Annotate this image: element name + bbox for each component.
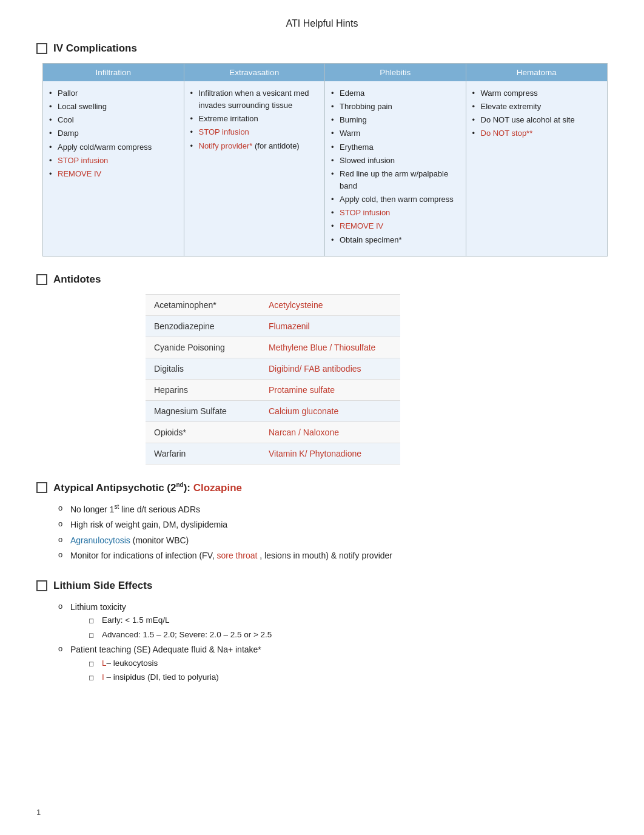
list-item: Local swelling <box>49 101 178 113</box>
list-item: Warm <box>331 127 460 139</box>
list-item: Warm compress <box>472 87 602 99</box>
table-row: Magnesium Sulfate Calcium gluconate <box>146 400 400 421</box>
table-row: Acetaminophen* Acetylcysteine <box>146 294 400 315</box>
page-title: ATI Helpful Hints <box>36 18 608 29</box>
agranulocytosis-text: Agranulocytosis <box>70 535 130 545</box>
phlebitis-body: Edema Throbbing pain Burning Warm Erythe… <box>325 81 466 256</box>
table-row: Heparins Protamine sulfate <box>146 379 400 400</box>
infiltration-header: Infiltration <box>43 64 184 81</box>
remove-iv-text: REMOVE IV <box>58 169 101 178</box>
i-insipidus-text: I <box>102 672 104 682</box>
list-item: Patient teaching (SE) Adequate fluid & N… <box>58 643 608 684</box>
drug-cell: Opioids* <box>146 421 260 443</box>
antidote-cell: Digibind/ FAB antibodies <box>260 358 400 379</box>
antidotes-section: Antidotes Acetaminophen* Acetylcysteine … <box>36 273 608 464</box>
list-item: Apply cold, then warm compress <box>331 193 460 206</box>
list-item: Pallor <box>49 87 178 99</box>
notify-provider-text: Notify provider* <box>199 141 253 150</box>
list-item: Lithium toxicity Early: < 1.5 mEq/L Adva… <box>58 600 608 642</box>
atypical-header: Atypical Antipsychotic (2nd): Clozapine <box>36 481 608 494</box>
drug-cell: Acetaminophen* <box>146 294 260 315</box>
section-bullet-icon <box>36 482 47 493</box>
list-item: Red line up the arm w/palpable band <box>331 168 460 192</box>
phlebitis-header: Phlebitis <box>325 64 466 81</box>
section-bullet-icon <box>36 274 47 285</box>
list-item: Do NOT use alcohol at site <box>472 114 602 126</box>
list-item: I – insipidus (DI, tied to polyuria) <box>89 671 608 684</box>
phlebitis-col: Phlebitis Edema Throbbing pain Burning W… <box>325 64 466 256</box>
hematoma-header: Hematoma <box>466 64 608 81</box>
stop-infusion-text: STOP infusion <box>58 156 108 165</box>
list-item: STOP infusion <box>331 207 460 219</box>
list-item: REMOVE IV <box>49 168 178 180</box>
list-item: Infiltration when a vesicant med invades… <box>190 87 319 112</box>
atypical-antipsychotic-section: Atypical Antipsychotic (2nd): Clozapine … <box>36 481 608 563</box>
drug-cell: Benzodiazepine <box>146 315 260 337</box>
list-item: Elevate extremity <box>472 101 602 113</box>
list-item: Monitor for indications of infection (FV… <box>58 549 608 562</box>
list-item: STOP infusion <box>190 126 319 138</box>
lithium-label: Lithium Side Effects <box>53 580 152 592</box>
antidote-cell: Vitamin K/ Phytonadione <box>260 443 400 464</box>
list-item: Slowed infusion <box>331 155 460 167</box>
drug-cell: Digitalis <box>146 358 260 379</box>
list-item: Agranulocytosis (monitor WBC) <box>58 534 608 547</box>
list-item: Erythema <box>331 141 460 153</box>
lithium-section: Lithium Side Effects Lithium toxicity Ea… <box>36 580 608 684</box>
list-item: Damp <box>49 127 178 139</box>
atypical-body: No longer 1st line d/t serious ADRs High… <box>58 502 608 562</box>
list-item: Edema <box>331 87 460 99</box>
l-leukocytosis-text: L <box>102 659 107 668</box>
iv-complications-header: IV Complications <box>36 42 608 55</box>
antidotes-header: Antidotes <box>36 273 608 286</box>
stop-infusion-text: STOP infusion <box>199 127 249 136</box>
page-number: 1 <box>36 808 41 817</box>
antidote-cell: Methylene Blue / Thiosulfate <box>260 337 400 358</box>
section-bullet-icon <box>36 43 47 54</box>
antidote-cell: Flumazenil <box>260 315 400 337</box>
table-row: Digitalis Digibind/ FAB antibodies <box>146 358 400 379</box>
iv-complications-label: IV Complications <box>53 42 137 55</box>
drug-cell: Warfarin <box>146 443 260 464</box>
list-item: Notify provider* (for antidote) <box>190 140 319 152</box>
list-item: No longer 1st line d/t serious ADRs <box>58 502 608 516</box>
table-row: Cyanide Poisoning Methylene Blue / Thios… <box>146 337 400 358</box>
complications-grid: Infiltration Pallor Local swelling Cool … <box>42 63 608 257</box>
list-item: Apply cold/warm compress <box>49 141 178 153</box>
stop-infusion-text: STOP infusion <box>340 208 390 217</box>
list-item: Obtain specimen* <box>331 234 460 246</box>
table-row: Warfarin Vitamin K/ Phytonadione <box>146 443 400 464</box>
drug-cell: Heparins <box>146 379 260 400</box>
drug-cell: Magnesium Sulfate <box>146 400 260 421</box>
list-item: STOP infusion <box>49 155 178 167</box>
extravasation-header: Extravasation <box>184 64 325 81</box>
table-row: Opioids* Narcan / Naloxone <box>146 421 400 443</box>
extravasation-col: Extravasation Infiltration when a vesica… <box>184 64 326 256</box>
iv-complications-section: IV Complications Infiltration Pallor Loc… <box>36 42 608 257</box>
list-item: Cool <box>49 114 178 126</box>
atypical-label: Atypical Antipsychotic (2nd): Clozapine <box>53 481 242 494</box>
list-item: Throbbing pain <box>331 101 460 113</box>
infiltration-body: Pallor Local swelling Cool Damp Apply co… <box>43 81 184 190</box>
antidotes-table: Acetaminophen* Acetylcysteine Benzodiaze… <box>146 294 400 464</box>
list-item: Burning <box>331 114 460 126</box>
list-item: Early: < 1.5 mEq/L <box>89 614 608 627</box>
lithium-body: Lithium toxicity Early: < 1.5 mEq/L Adva… <box>58 600 608 684</box>
antidotes-label: Antidotes <box>53 273 101 286</box>
list-item: Advanced: 1.5 – 2.0; Severe: 2.0 – 2.5 o… <box>89 628 608 642</box>
list-item: L– leukocytosis <box>89 657 608 670</box>
table-row: Benzodiazepine Flumazenil <box>146 315 400 337</box>
drug-cell: Cyanide Poisoning <box>146 337 260 358</box>
section-bullet-icon <box>36 580 47 591</box>
clozapine-text: Clozapine <box>193 481 242 493</box>
hematoma-body: Warm compress Elevate extremity Do NOT u… <box>466 81 608 150</box>
list-item: Extreme irritation <box>190 113 319 125</box>
infiltration-col: Infiltration Pallor Local swelling Cool … <box>43 64 184 256</box>
list-item: High risk of weight gain, DM, dyslipidem… <box>58 518 608 531</box>
antidote-cell: Protamine sulfate <box>260 379 400 400</box>
antidote-cell: Narcan / Naloxone <box>260 421 400 443</box>
hematoma-col: Hematoma Warm compress Elevate extremity… <box>466 64 608 256</box>
extravasation-body: Infiltration when a vesicant med invades… <box>184 81 325 162</box>
do-not-stop-text: Do NOT stop** <box>481 129 533 138</box>
remove-iv-text: REMOVE IV <box>340 221 383 230</box>
